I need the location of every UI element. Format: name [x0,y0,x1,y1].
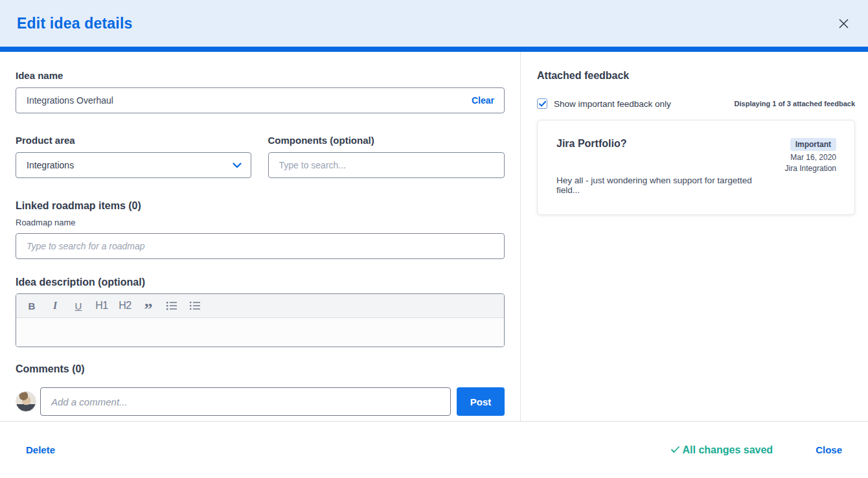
modal-title: Edit idea details [17,15,133,32]
comments-heading: Comments (0) [16,363,505,375]
feedback-date: Mar 16, 2020 [785,153,836,162]
checkmark-icon [539,98,546,109]
underline-icon[interactable]: U [69,296,88,315]
attached-feedback-panel: Attached feedback Show important feedbac… [521,52,868,421]
comments-section: Comments (0) Post [16,363,505,416]
product-area-field: Product area Integrations [16,135,251,178]
modal-footer: Delete All changes saved Close [0,421,868,478]
blockquote-icon[interactable]: ” [139,296,158,315]
editor-toolbar: B I U H1 H2 ” [16,294,504,318]
comment-compose-row: Post [16,387,505,416]
idea-name-wrap: Clear [16,87,505,113]
feedback-card[interactable]: Jira Portfolio? Important Mar 16, 2020 J… [537,120,855,215]
product-area-label: Product area [16,135,251,146]
idea-name-input[interactable] [16,87,505,113]
idea-name-label: Idea name [16,70,505,81]
description-textarea[interactable] [16,318,504,347]
feedback-filter-row: Show important feedback only Displaying … [537,98,855,109]
saved-status: All changes saved [671,444,773,456]
italic-icon[interactable]: I [45,296,65,315]
accent-bar [0,47,868,52]
heading1-icon[interactable]: H1 [92,296,111,315]
unordered-list-icon[interactable] [185,296,205,315]
description-heading: Idea description (optional) [16,277,505,288]
saved-status-text: All changes saved [683,444,773,456]
feedback-source: Jira Integration [785,164,836,173]
roadmap-name-label: Roadmap name [16,218,505,227]
area-components-row: Product area Integrations Components (op… [16,135,505,178]
important-only-label[interactable]: Show important feedback only [554,99,671,109]
ordered-list-icon[interactable] [162,296,181,315]
feedback-title: Jira Portfolio? [556,138,626,173]
components-input[interactable] [268,152,505,178]
close-button[interactable]: Close [816,444,842,455]
feedback-excerpt: Hey all - just wondering when support fo… [556,176,770,195]
edit-idea-modal: Edit idea details Idea name Clear Produc… [0,0,868,478]
chevron-down-icon [233,160,242,170]
heading2-icon[interactable]: H2 [115,296,135,315]
display-count: Displaying 1 of 3 attached feedback [735,100,855,108]
product-area-value: Integrations [27,160,74,170]
check-icon [671,446,680,453]
linked-roadmap-section: Linked roadmap items (0) Roadmap name [16,200,505,259]
avatar [16,391,36,412]
modal-header: Edit idea details [0,0,868,47]
feedback-meta: Important Mar 16, 2020 Jira Integration [785,138,836,173]
delete-button[interactable]: Delete [26,444,55,455]
description-editor: B I U H1 H2 ” [16,293,505,347]
comment-input[interactable] [40,387,451,416]
post-button[interactable]: Post [457,387,505,416]
important-badge: Important [790,138,836,151]
footer-right: All changes saved Close [671,444,842,456]
idea-form: Idea name Clear Product area Integration… [0,52,521,421]
close-icon[interactable] [836,16,851,31]
description-section: Idea description (optional) B I U H1 H2 … [16,277,505,347]
feedback-card-top: Jira Portfolio? Important Mar 16, 2020 J… [556,138,836,173]
bold-icon[interactable]: B [22,296,41,315]
linked-roadmap-heading: Linked roadmap items (0) [16,200,505,212]
clear-button[interactable]: Clear [472,95,494,106]
roadmap-search-input[interactable] [16,233,505,259]
components-label: Components (optional) [268,135,505,146]
components-field: Components (optional) [268,135,505,178]
attached-feedback-heading: Attached feedback [537,70,855,82]
modal-body: Idea name Clear Product area Integration… [0,52,868,421]
important-only-checkbox[interactable] [537,98,547,109]
product-area-select[interactable]: Integrations [16,152,251,178]
